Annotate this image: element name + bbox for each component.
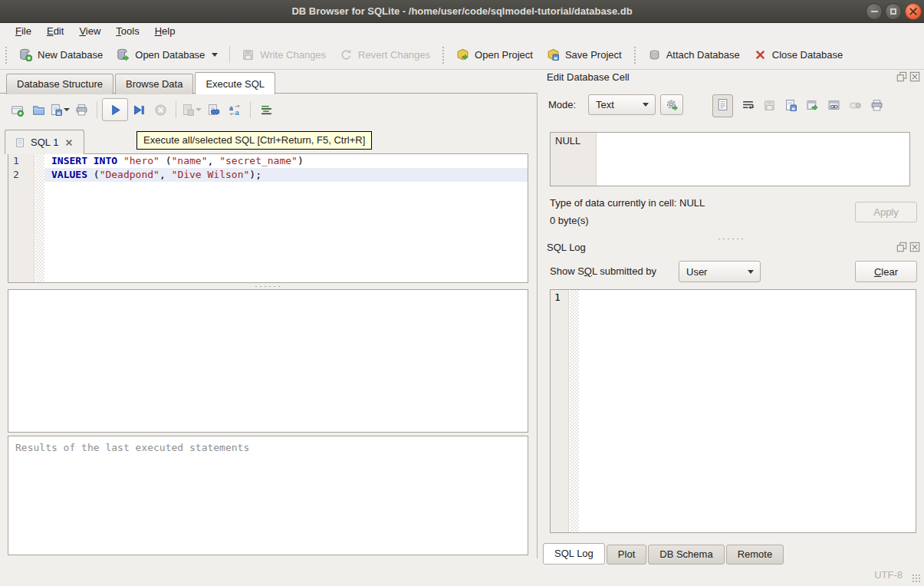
float-panel-icon[interactable] <box>896 242 907 252</box>
text-mode-button[interactable] <box>712 94 733 117</box>
log-filter-combobox[interactable]: User <box>679 261 761 282</box>
save-sql-file-button[interactable] <box>49 100 71 120</box>
word-wrap-icon[interactable] <box>742 99 755 112</box>
save-sql-dropdown-icon[interactable] <box>64 108 70 111</box>
set-null-icon[interactable] <box>849 99 862 112</box>
code-line-2: VALUES ("Deadpond", "Dive Wilson"); <box>44 168 528 182</box>
results-message-pane[interactable]: Results of the last executed statements <box>8 436 528 555</box>
execute-tooltip: Execute all/selected SQL [Ctrl+Return, F… <box>136 131 372 150</box>
find-button[interactable] <box>202 100 224 120</box>
mode-combobox[interactable]: Text <box>588 94 656 115</box>
splitter-handle-icon <box>717 238 746 240</box>
sql-token: , <box>208 155 220 166</box>
stop-execution-button[interactable] <box>150 100 171 120</box>
save-sql-file-icon <box>50 104 63 117</box>
tab-browse-data[interactable]: Browse Data <box>115 74 193 94</box>
editor-results-splitter[interactable] <box>8 285 528 288</box>
close-sql-tab-icon[interactable] <box>64 137 74 148</box>
results-placeholder-text: Results of the last executed statements <box>15 442 249 453</box>
write-changes-icon <box>242 48 255 61</box>
revert-changes-button[interactable]: Revert Changes <box>333 44 437 66</box>
cell-value-editor[interactable]: NULL <box>550 132 910 186</box>
edit-cell-title: Edit Database Cell <box>547 71 630 83</box>
save-results-icon <box>182 104 195 117</box>
results-grid-pane[interactable] <box>8 289 528 433</box>
toolbar-grip[interactable] <box>441 45 446 64</box>
execute-all-button[interactable] <box>102 98 128 121</box>
close-button[interactable] <box>905 3 922 20</box>
print-icon <box>75 104 88 117</box>
save-results-button[interactable] <box>181 100 202 120</box>
window-resize-grip[interactable] <box>912 574 921 583</box>
format-sql-button[interactable] <box>255 100 277 120</box>
menu-view[interactable]: View <box>71 24 108 39</box>
gear-apply-icon <box>666 98 679 111</box>
attach-database-button[interactable]: Attach Database <box>641 44 747 66</box>
close-panel-icon[interactable] <box>909 242 920 252</box>
write-changes-button[interactable]: Write Changes <box>235 44 333 66</box>
toolbar-grip[interactable] <box>4 45 8 64</box>
save-project-button[interactable]: Save Project <box>540 44 629 66</box>
open-sql-file-button[interactable] <box>28 100 49 120</box>
close-panel-icon[interactable] <box>909 71 920 82</box>
menu-tools[interactable]: Tools <box>108 24 146 39</box>
open-project-label: Open Project <box>475 49 533 61</box>
print-cell-icon[interactable] <box>870 99 883 112</box>
menu-edit[interactable]: Edit <box>39 24 71 39</box>
open-project-button[interactable]: Open Project <box>449 44 540 66</box>
dock-tab-plot-label: Plot <box>618 548 635 560</box>
dock-tab-remote[interactable]: Remote <box>726 545 784 565</box>
dock-tab-sql-log[interactable]: SQL Log <box>543 543 605 565</box>
find-replace-icon: aa <box>229 104 242 117</box>
text-document-icon <box>716 98 729 111</box>
application-window: DB Browser for SQLite - /home/user/code/… <box>0 0 924 586</box>
apply-button-label: Apply <box>873 206 899 218</box>
execute-line-button[interactable] <box>128 100 150 120</box>
open-project-icon <box>456 48 469 61</box>
menu-file-mnemonic: F <box>15 25 21 37</box>
sql-log-view[interactable]: 1 <box>550 289 916 533</box>
toolbar-grip[interactable] <box>633 45 637 64</box>
sql-log-header[interactable]: SQL Log <box>539 241 924 256</box>
apply-button[interactable]: Apply <box>855 202 917 222</box>
toolbar-separator <box>229 46 230 63</box>
print-sql-button[interactable] <box>71 100 92 120</box>
export-cell-data-icon[interactable] <box>784 99 797 112</box>
find-replace-button[interactable]: aa <box>224 100 245 120</box>
dock-tab-db-schema[interactable]: DB Schema <box>648 545 724 565</box>
menu-file[interactable]: File <box>8 24 39 39</box>
sql-token: ( <box>87 169 100 180</box>
mode-label: Mode: <box>548 99 576 110</box>
filter-label-part: Show S <box>550 265 584 277</box>
log-line-number: 1 <box>554 291 561 303</box>
import-cell-data-icon[interactable] <box>763 99 776 112</box>
tab-database-structure[interactable]: Database Structure <box>6 74 113 94</box>
open-database-dropdown-icon[interactable] <box>212 53 218 57</box>
dock-tab-plot[interactable]: Plot <box>607 545 646 565</box>
format-sql-icon <box>260 104 273 117</box>
titlebar[interactable]: DB Browser for SQLite - /home/user/code/… <box>0 0 924 23</box>
mode-dropdown-icon <box>643 103 649 107</box>
open-in-external-icon[interactable] <box>806 99 819 112</box>
auto-apply-button[interactable] <box>660 94 683 115</box>
sql-token: "Dive Wilson" <box>172 169 250 180</box>
menu-help[interactable]: Help <box>147 24 183 39</box>
sql-editor-tab[interactable]: SQL 1 <box>5 130 84 154</box>
line-number-gutter: 1 2 <box>8 154 35 282</box>
new-sql-tab-button[interactable] <box>6 100 28 120</box>
new-database-button[interactable]: New Database <box>12 44 110 66</box>
clear-log-button[interactable]: Clear <box>855 261 917 282</box>
edit-cell-header[interactable]: Edit Database Cell <box>539 71 924 86</box>
main-tab-bar: Database Structure Browse Data Execute S… <box>0 71 277 94</box>
open-database-button[interactable]: Open Database <box>110 44 225 66</box>
maximize-button[interactable] <box>885 3 902 20</box>
close-database-button[interactable]: Close Database <box>747 44 850 66</box>
link-icon[interactable] <box>827 99 840 112</box>
sql-code-area[interactable]: INSERT INTO "hero" ("name", "secret_name… <box>44 154 528 282</box>
sql-editor[interactable]: 1 2 INSERT INTO "hero" ("name", "secret_… <box>8 153 528 283</box>
sql-toolbar-separator <box>176 101 176 118</box>
tab-execute-sql[interactable]: Execute SQL <box>195 72 275 94</box>
menu-help-label: elp <box>162 25 175 37</box>
minimize-button[interactable] <box>866 3 883 20</box>
float-panel-icon[interactable] <box>896 71 907 82</box>
